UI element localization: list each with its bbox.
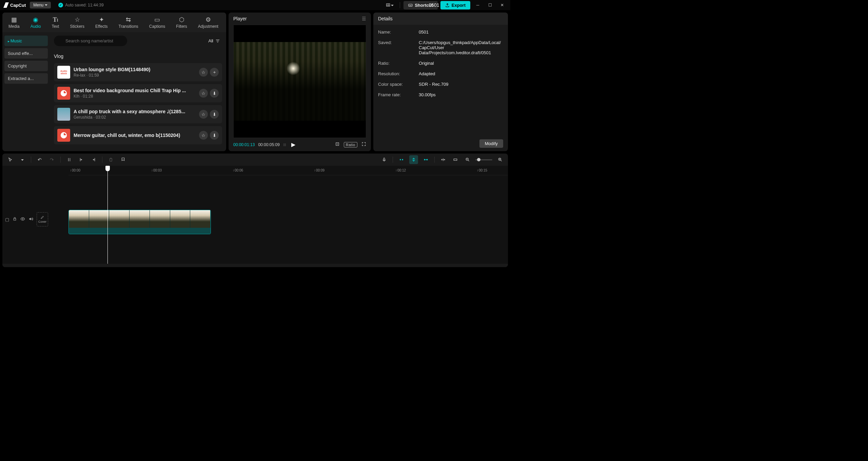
autosave-text: Auto saved: 11:44:39 (65, 3, 103, 7)
tab-captions[interactable]: ▭Captions (146, 15, 168, 30)
zoom-in-button[interactable] (496, 155, 505, 164)
song-row[interactable]: A chill pop truck with a sexy atmosphere… (54, 105, 222, 123)
song-actions: ☆ ＋ (199, 68, 219, 77)
tab-stickers[interactable]: ☆Stickers (67, 15, 87, 30)
song-row[interactable]: Audiostock Urban lounge style BGM(114849… (54, 63, 222, 81)
download-button[interactable]: ⬇ (210, 131, 219, 140)
player-menu-icon[interactable]: ☰ (362, 16, 366, 21)
song-title: A chill pop truck with a sexy atmosphere… (74, 109, 196, 114)
sidenav-sound-effects[interactable]: Sound effe... (4, 48, 48, 59)
favorite-button[interactable]: ☆ (199, 110, 208, 119)
auto-snap-button[interactable] (409, 155, 418, 164)
ratio-button[interactable]: Ratio (344, 142, 357, 147)
modify-button[interactable]: Modify (479, 139, 503, 148)
song-actions: ☆ ⬇ (199, 89, 219, 98)
tab-text[interactable]: TIText (49, 15, 62, 30)
app-logo: CapCut (3, 2, 26, 8)
timeline-scrollbar[interactable] (2, 264, 508, 267)
split-tool[interactable] (65, 155, 74, 164)
detail-label: Ratio: (378, 61, 419, 66)
time-current: 00:00:01:13 (233, 142, 255, 147)
tab-media[interactable]: ▦Media (6, 15, 22, 30)
search-wrap (54, 36, 203, 46)
search-input[interactable] (54, 36, 127, 46)
play-button[interactable]: ▶ (291, 141, 295, 148)
svg-rect-3 (409, 4, 412, 6)
sidenav-extracted-audio[interactable]: Extracted a... (4, 73, 48, 84)
svg-rect-15 (441, 159, 442, 160)
cover-button[interactable]: Cover (37, 212, 48, 226)
selection-tool[interactable] (6, 155, 15, 164)
song-row[interactable]: Best for video background music Chill Tr… (54, 84, 222, 102)
ruler-tick: 00:15 (479, 168, 487, 172)
preview-axis-button[interactable] (439, 155, 448, 164)
svg-line-24 (501, 160, 502, 161)
tab-audio[interactable]: ◉Audio (28, 15, 44, 30)
redo-button[interactable]: ↷ (47, 155, 56, 164)
download-button[interactable]: ⬇ (210, 89, 219, 98)
tab-label: Adjustment (198, 24, 218, 29)
detail-value: 0501 (419, 29, 503, 35)
video-clip[interactable]: Sunlight breaks through the crowns of pi… (68, 210, 211, 234)
favorite-button[interactable]: ☆ (199, 68, 208, 77)
filter-all-button[interactable]: All (206, 38, 222, 43)
mic-record-button[interactable] (380, 155, 389, 164)
tab-effects[interactable]: ✦Effects (93, 15, 110, 30)
playhead-handle[interactable] (105, 166, 110, 171)
player-canvas[interactable] (233, 25, 366, 138)
add-button[interactable]: ＋ (210, 68, 219, 77)
sidenav-music[interactable]: Music (4, 36, 48, 46)
track-height-button[interactable] (451, 155, 460, 164)
timeline-ruler[interactable]: 00:00 00:03 00:06 00:09 00:12 00:15 (68, 166, 508, 175)
tab-label: Effects (95, 24, 107, 29)
mute-button[interactable] (28, 217, 33, 222)
fullscreen-icon[interactable] (361, 142, 366, 147)
download-button[interactable]: ⬇ (210, 110, 219, 119)
song-info: A chill pop truck with a sexy atmosphere… (74, 109, 196, 120)
detail-value: Original (419, 61, 503, 66)
tab-filters[interactable]: ⬡Filters (173, 15, 190, 30)
adjustment-icon: ⚙ (204, 16, 212, 23)
favorite-button[interactable]: ☆ (199, 89, 208, 98)
undo-button[interactable]: ↶ (35, 155, 44, 164)
maximize-button[interactable]: ☐ (485, 2, 495, 8)
zoom-out-button[interactable] (463, 155, 472, 164)
zoom-slider[interactable] (475, 159, 492, 160)
song-row[interactable]: Merrow guitar, chill out, winter, emo b(… (54, 126, 222, 144)
sidenav-copyright[interactable]: Copyright (4, 61, 48, 71)
svg-point-8 (337, 144, 338, 144)
minimize-button[interactable]: ─ (473, 2, 482, 8)
delete-tool[interactable] (106, 155, 115, 164)
player-right-controls: Ratio (335, 142, 366, 147)
magnet-main-button[interactable] (397, 155, 406, 164)
transitions-icon: ⇆ (125, 16, 132, 23)
close-button[interactable]: ✕ (497, 2, 507, 8)
assets-panel: ▦Media ◉Audio TIText ☆Stickers ✦Effects … (2, 13, 226, 151)
export-button[interactable]: Export (440, 1, 470, 9)
tab-transitions[interactable]: ⇆Transitions (116, 15, 141, 30)
topbar-right: Shortcut Export ─ ☐ ✕ (383, 1, 507, 9)
toggle-cover-button[interactable]: ▢ (5, 217, 9, 222)
layout-preset-button[interactable] (383, 1, 396, 9)
favorite-button[interactable]: ☆ (199, 131, 208, 140)
timeline-toolbar-right (380, 155, 505, 164)
svg-rect-25 (14, 219, 16, 220)
selection-mode-dropdown[interactable] (18, 155, 27, 164)
trim-left-tool[interactable] (77, 155, 86, 164)
menu-button[interactable]: Menu (30, 2, 51, 8)
timeline-gutter: ▢ Cover (2, 166, 68, 264)
scale-icon[interactable] (335, 142, 340, 147)
marker-tool[interactable] (119, 155, 127, 164)
linkage-button[interactable] (421, 155, 430, 164)
detail-label: Color space: (378, 82, 419, 87)
visibility-button[interactable] (20, 217, 25, 222)
tab-adjustment[interactable]: ⚙Adjustment (195, 15, 221, 30)
timeline-tracks[interactable]: 00:00 00:03 00:06 00:09 00:12 00:15 Sunl… (68, 166, 508, 264)
detail-label: Resolution: (378, 71, 419, 76)
trim-right-tool[interactable] (89, 155, 98, 164)
filter-icon (215, 39, 220, 43)
lock-track-button[interactable] (13, 217, 17, 222)
section-label: Vlog (54, 54, 222, 59)
svg-point-26 (22, 218, 23, 220)
grip-icon[interactable]: ⦀⦀ (283, 142, 286, 147)
